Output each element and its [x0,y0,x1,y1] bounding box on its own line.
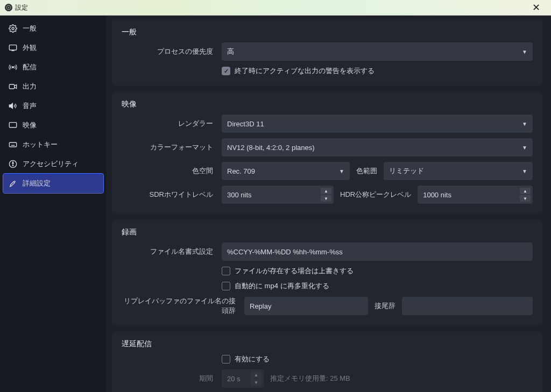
accessibility-icon [9,160,17,168]
hdr-label: HDR公称ピークレベル [338,190,413,199]
window-title: 設定 [15,3,28,12]
sdr-white-level-spinner[interactable]: 300 nits ▲▼ [222,186,334,204]
checkbox-label: ファイルが存在する場合は上書きする [235,266,354,276]
chevron-down-icon: ▼ [339,168,344,174]
sidebar-item-video[interactable]: 映像 [3,116,103,135]
output-icon [9,82,17,91]
spinner-value: 1000 nits [423,191,451,199]
sidebar: 一般 外観 配信 出力 音声 映像 ホットキー アクセシビリティ [0,16,107,392]
sidebar-item-hotkeys[interactable]: ホットキー [3,135,103,154]
delay-enable-checkbox[interactable] [222,355,230,364]
app-icon [4,3,13,12]
sidebar-item-label: 一般 [23,24,37,33]
video-icon [9,121,17,130]
title-bar: 設定 ✕ [0,0,551,16]
remux-checkbox[interactable] [222,282,230,290]
colorspace-label: 色空間 [122,166,217,176]
dropdown-value: NV12 (8-bit, 4:2:0, 2 planes) [227,144,315,152]
spinner-value: 20 s [227,375,241,383]
sidebar-item-label: 外観 [23,43,37,53]
dropdown-value: Direct3D 11 [227,120,264,128]
gear-icon [9,24,17,33]
delay-memory-label: 推定メモリ使用量: 25 MB [268,374,352,383]
svg-point-3 [12,27,14,30]
svg-rect-6 [9,84,14,89]
dropdown-value: Rec. 709 [227,167,255,175]
section-title: 遅延配信 [122,339,533,349]
sidebar-item-accessibility[interactable]: アクセシビリティ [3,154,103,174]
sdr-label: SDRホワイトレベル [122,190,217,199]
spinner-value: 300 nits [227,191,252,199]
colorformat-label: カラーフォーマット [122,142,217,152]
section-title: 一般 [122,27,533,37]
svg-point-10 [12,162,13,162]
sidebar-item-label: 映像 [23,120,37,130]
sidebar-item-label: ホットキー [23,140,58,149]
delay-duration-label: 期間 [122,374,217,383]
dropdown-value: リミテッド [389,166,424,176]
replay-suffix-input[interactable] [402,297,533,315]
section-title: 録画 [122,227,533,237]
chevron-down-icon: ▼ [522,168,527,174]
svg-rect-7 [9,123,16,127]
sidebar-item-label: 詳細設定 [23,179,51,188]
colorformat-dropdown[interactable]: NV12 (8-bit, 4:2:0, 2 planes) ▼ [222,138,533,156]
replay-suffix-label: 接尾辞 [372,301,398,311]
section-recording: 録画 ファイル名書式設定 %CCYY-%MM-%DD %hh-%mm-%ss フ… [112,220,542,325]
svg-point-2 [8,6,9,8]
step-down-button[interactable]: ▼ [321,195,331,202]
replay-prefix-input[interactable]: Replay [244,297,368,315]
sidebar-item-label: 音声 [23,101,37,111]
step-up-button[interactable]: ▲ [321,188,331,194]
content-area: 一般 プロセスの優先度 高 ▼ 終了時にアクティブな出力の警告を表示する 映像 … [107,16,551,392]
sidebar-item-advanced[interactable]: 詳細設定 [3,174,103,193]
svg-rect-4 [9,45,16,50]
colorrange-dropdown[interactable]: リミテッド ▼ [384,162,533,180]
section-delay: 遅延配信 有効にする 期間 20 s ▲▼ 推定メモリ使用量: 25 MB 再接… [112,332,542,392]
section-video: 映像 レンダラー Direct3D 11 ▼ カラーフォーマット NV12 (8… [112,92,542,213]
renderer-label: レンダラー [122,119,217,129]
audio-icon [9,102,17,110]
checkbox-label: 終了時にアクティブな出力の警告を表示する [235,66,375,76]
step-up-button[interactable]: ▲ [520,188,531,194]
tools-icon [9,179,17,188]
priority-dropdown[interactable]: 高 ▼ [222,42,533,61]
step-down-button[interactable]: ▼ [520,195,531,202]
step-down-button[interactable]: ▼ [251,379,262,386]
sidebar-item-stream[interactable]: 配信 [3,58,103,77]
filename-format-label: ファイル名書式設定 [122,247,217,256]
svg-rect-8 [9,142,16,147]
replay-prefix-label: リプレイバッファのファイル名の接頭辞 [122,296,240,316]
overwrite-checkbox[interactable] [222,267,230,275]
warn-on-exit-checkbox[interactable] [222,67,230,75]
chevron-down-icon: ▼ [522,49,527,55]
appearance-icon [9,44,17,52]
sidebar-item-general[interactable]: 一般 [3,19,103,38]
step-up-button[interactable]: ▲ [251,372,262,378]
sidebar-item-label: 配信 [23,62,37,72]
sidebar-item-label: アクセシビリティ [23,159,79,169]
checkbox-label: 有効にする [235,354,270,364]
broadcast-icon [9,63,17,72]
checkbox-label: 自動的に mp4 に再多重化する [235,281,329,291]
colorrange-label: 色範囲 [354,166,379,176]
colorspace-dropdown[interactable]: Rec. 709 ▼ [222,162,350,180]
chevron-down-icon: ▼ [522,145,527,151]
keyboard-icon [9,140,17,149]
section-title: 映像 [122,99,533,109]
filename-format-input[interactable]: %CCYY-%MM-%DD %hh-%mm-%ss [222,243,533,261]
sidebar-item-audio[interactable]: 音声 [3,96,103,116]
delay-duration-spinner[interactable]: 20 s ▲▼ [222,369,264,388]
sidebar-item-output[interactable]: 出力 [3,77,103,96]
dropdown-value: 高 [227,47,234,56]
chevron-down-icon: ▼ [522,121,527,127]
svg-point-5 [12,67,14,68]
hdr-peak-level-spinner[interactable]: 1000 nits ▲▼ [418,186,533,204]
sidebar-item-appearance[interactable]: 外観 [3,38,103,58]
renderer-dropdown[interactable]: Direct3D 11 ▼ [222,115,533,133]
section-general: 一般 プロセスの優先度 高 ▼ 終了時にアクティブな出力の警告を表示する [112,20,542,85]
priority-label: プロセスの優先度 [122,47,217,56]
close-button[interactable]: ✕ [525,2,547,13]
sidebar-item-label: 出力 [23,82,37,91]
